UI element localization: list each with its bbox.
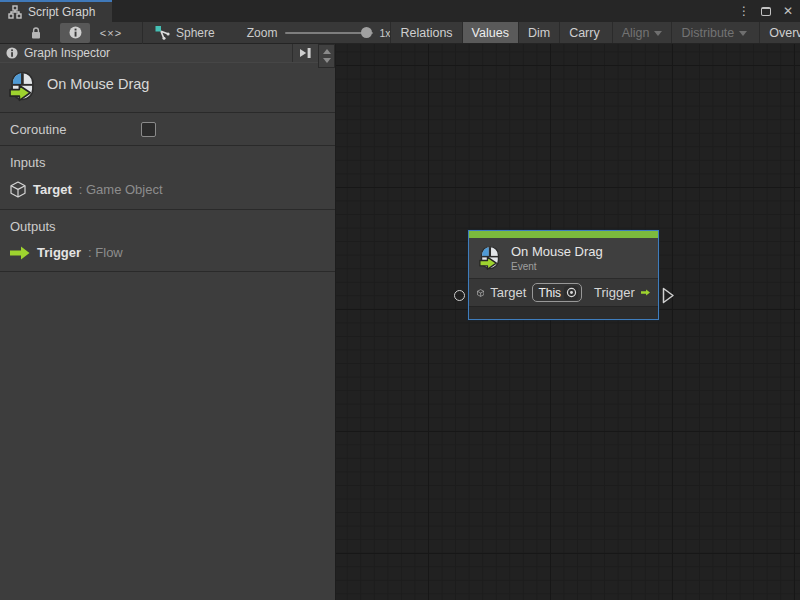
node-subtitle: Event (511, 261, 603, 272)
on-mouse-drag-icon (479, 244, 501, 272)
lock-glyph (30, 26, 42, 40)
inputs-title: Inputs (10, 155, 335, 170)
node-title: On Mouse Drag (511, 244, 603, 259)
toolbar-left-group: <×> Sphere Zoom 1x (0, 22, 390, 43)
chevron-down-icon (739, 31, 747, 36)
tab-title: Script Graph (28, 5, 95, 19)
trigger-flow-arrow-icon (641, 286, 650, 299)
close-icon[interactable]: ✕ (780, 3, 796, 19)
unity-script-graph-window: Script Graph ⋮ ✕ (0, 0, 800, 600)
input-port-type: : Game Object (79, 182, 163, 197)
node-output-connection-port[interactable] (662, 287, 675, 304)
distribute-label: Distribute (681, 26, 734, 40)
carry-label: Carry (569, 26, 600, 40)
target-crosshair-icon (566, 287, 577, 298)
info-icon (6, 47, 18, 59)
relations-label: Relations (400, 26, 452, 40)
dock-panel-button[interactable] (292, 44, 318, 62)
node-footer (469, 306, 658, 319)
lock-icon[interactable] (26, 23, 46, 43)
on-mouse-drag-icon (9, 69, 36, 104)
node-ports-row: Target This Trigger (469, 278, 658, 306)
code-view-button[interactable]: <×> (94, 23, 128, 43)
scroll-up-icon[interactable] (323, 49, 331, 54)
target-object-picker[interactable]: This (532, 283, 582, 302)
game-object-cube-icon (477, 285, 484, 301)
graph-canvas[interactable]: On Mouse Drag Event Target This (336, 44, 800, 600)
output-port-type: : Flow (88, 245, 123, 260)
zoom-slider-thumb[interactable] (361, 27, 372, 38)
inputs-section: Inputs Target : Game Object (0, 146, 335, 210)
target-value: This (538, 286, 561, 300)
zoom-slider-track[interactable] (285, 32, 373, 34)
overview-button[interactable]: Overview (759, 22, 800, 43)
flow-arrow-icon (10, 246, 30, 260)
tab-bar: Script Graph ⋮ ✕ (0, 0, 800, 22)
tab-script-graph[interactable]: Script Graph (0, 0, 112, 22)
graph-inspector-panel: Graph Inspector On Mouse Drag (0, 44, 336, 600)
graph-hierarchy-icon (8, 5, 22, 19)
unit-banner: On Mouse Drag (0, 63, 335, 113)
carry-button[interactable]: Carry (559, 22, 609, 43)
zoom-value: 1x (379, 27, 390, 39)
node-header[interactable]: On Mouse Drag Event (469, 238, 658, 278)
distribute-dropdown[interactable]: Distribute (671, 22, 756, 43)
toolbar-right-group: Relations Values Dim Carry Align Distrib… (390, 22, 800, 43)
zoom-slider[interactable] (285, 27, 373, 39)
chevron-down-icon (654, 31, 662, 36)
dim-label: Dim (528, 26, 550, 40)
node-event-color-bar (469, 231, 658, 238)
maximize-glyph (761, 7, 771, 16)
relations-button[interactable]: Relations (390, 22, 461, 43)
align-dropdown[interactable]: Align (612, 22, 672, 43)
code-icon: <×> (100, 27, 122, 39)
inspector-toggle-button[interactable] (60, 23, 90, 43)
input-port-row: Target : Game Object (10, 181, 335, 198)
graph-inspector-header: Graph Inspector (0, 44, 335, 63)
node-input-connection-port[interactable] (454, 290, 465, 301)
outputs-section: Outputs Trigger : Flow (0, 210, 335, 272)
inspector-empty-area (0, 272, 335, 600)
game-object-cube-icon (10, 181, 26, 198)
object-picker-icon[interactable] (564, 286, 578, 300)
zoom-label: Zoom (247, 26, 278, 40)
values-label: Values (472, 26, 509, 40)
window-controls: ⋮ ✕ (736, 0, 796, 22)
node-title-block: On Mouse Drag Event (511, 244, 603, 272)
graph-toolbar: <×> Sphere Zoom 1x Relations Values (0, 22, 800, 44)
input-port-name: Target (33, 182, 72, 197)
maximize-icon[interactable] (758, 3, 774, 19)
align-label: Align (622, 26, 650, 40)
inspector-title: Graph Inspector (24, 46, 292, 60)
outputs-title: Outputs (10, 219, 335, 234)
output-port-row: Trigger : Flow (10, 245, 335, 260)
on-mouse-drag-node[interactable]: On Mouse Drag Event Target This (468, 230, 659, 320)
window-menu-icon[interactable]: ⋮ (736, 3, 752, 19)
coroutine-checkbox[interactable] (141, 122, 156, 137)
content-area: Graph Inspector On Mouse Drag (0, 44, 800, 600)
coroutine-label: Coroutine (10, 122, 66, 137)
graph-object-name: Sphere (176, 26, 215, 40)
unit-title: On Mouse Drag (47, 76, 149, 92)
output-port-name: Trigger (37, 245, 81, 260)
overview-label: Overview (769, 26, 800, 40)
values-button[interactable]: Values (462, 22, 518, 43)
dock-right-icon (299, 47, 312, 59)
node-input-label: Target (490, 285, 526, 300)
node-output-label: Trigger (594, 285, 635, 300)
script-graph-asset-icon (155, 25, 170, 40)
dim-button[interactable]: Dim (518, 22, 559, 43)
toolbar-separator (142, 22, 143, 44)
coroutine-row: Coroutine (0, 113, 335, 146)
info-icon (69, 26, 82, 39)
